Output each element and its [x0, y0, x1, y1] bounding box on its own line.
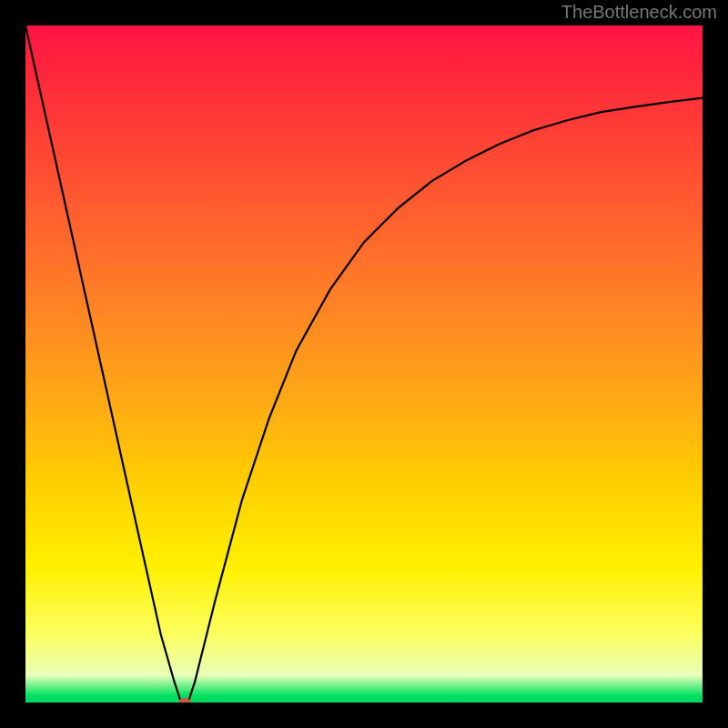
watermark: TheBottleneck.com	[561, 2, 717, 23]
minimum-marker	[178, 698, 191, 703]
chart-container: TheBottleneck.com	[0, 0, 728, 728]
bottleneck-curve	[25, 25, 703, 703]
plot-area	[25, 25, 703, 703]
